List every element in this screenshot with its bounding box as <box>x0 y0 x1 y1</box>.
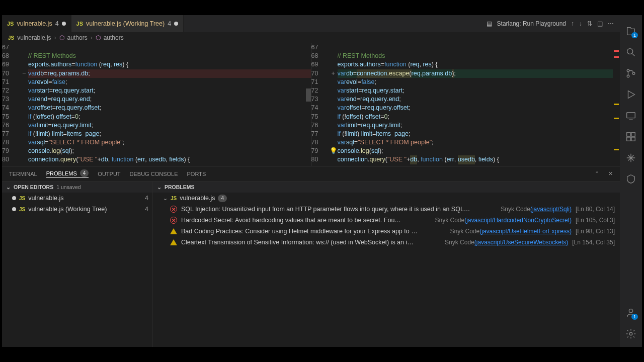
warning-icon <box>170 239 177 245</box>
problem-source: Snyk Code(javascript/UseHelmetForExpress… <box>450 228 572 235</box>
problems-count-badge: 4 <box>80 169 89 177</box>
open-editors-header[interactable]: ⌄ OPEN EDITORS 1 unsaved <box>2 182 152 193</box>
svg-point-3 <box>632 72 635 75</box>
svg-rect-7 <box>627 137 630 141</box>
open-editors-view: ⌄ OPEN EDITORS 1 unsaved JSvulnerable.js… <box>2 182 153 347</box>
chevron-up-icon[interactable]: ⌃ <box>595 170 599 177</box>
close-icon[interactable]: ✕ <box>608 170 613 177</box>
breadcrumb-file: vulnerable.js <box>17 34 51 41</box>
scrollbar-thumb[interactable] <box>306 88 311 102</box>
problem-source: Snyk Code(javascript/Sqli) <box>501 206 572 213</box>
svg-point-1 <box>627 69 629 72</box>
explorer-icon[interactable]: 1 <box>625 25 637 37</box>
problem-link[interactable]: (javascript/UseSecureWebsockets) <box>474 239 569 246</box>
activity-bar: 1 1 <box>620 15 642 347</box>
svg-rect-4 <box>627 113 635 118</box>
tab-vulnerable[interactable]: JS vulnerable.js 4 <box>2 15 71 32</box>
problem-row[interactable]: Bad Coding Practices: Consider using Hel… <box>153 226 620 237</box>
problem-link[interactable]: (javascript/HardcodedNonCryptoSecret) <box>464 217 572 224</box>
svg-point-10 <box>629 332 632 335</box>
swap-icon[interactable]: ⇅ <box>587 20 592 27</box>
js-icon: JS <box>7 21 14 27</box>
goto-icon[interactable]: ▤ <box>487 20 492 27</box>
problems-header[interactable]: ⌄ PROBLEMS <box>153 182 620 193</box>
breadcrumb-symbol: authors <box>104 34 124 41</box>
bottom-panel: TERMINAL PROBLEMS 4 OUTPUT DEBUG CONSOLE… <box>2 166 620 347</box>
run-debug-icon[interactable] <box>625 88 637 101</box>
diff-right-pane[interactable]: 676869707172737475767778798081 +💡 // RES… <box>311 43 620 166</box>
breadcrumb[interactable]: JS vulnerable.js › ⬡ authors › ⬡ authors <box>2 32 620 43</box>
panel-tabs: TERMINAL PROBLEMS 4 OUTPUT DEBUG CONSOLE… <box>2 166 620 182</box>
problem-location: [Ln 80, Col 14] <box>576 206 615 213</box>
open-editor-name: vulnerable.js (Working Tree) <box>28 206 107 213</box>
svg-rect-8 <box>631 137 635 141</box>
remote-icon[interactable] <box>625 110 637 122</box>
tab-output[interactable]: OUTPUT <box>98 171 120 177</box>
svg-point-9 <box>629 309 632 313</box>
js-icon: JS <box>19 207 25 212</box>
problem-message: SQL Injection: Unsanitized input from an… <box>181 206 497 213</box>
split-editor-icon[interactable]: ◫ <box>597 20 603 27</box>
open-editor-item[interactable]: JSvulnerable.js (Working Tree)4 <box>2 204 152 215</box>
tab-badge: 4 <box>55 20 59 27</box>
problem-link[interactable]: (javascript/UseHelmetForExpress) <box>479 228 572 235</box>
more-icon[interactable]: ⋯ <box>608 20 614 27</box>
dirty-dot-icon <box>62 22 66 26</box>
problem-location: [Ln 105, Col 3] <box>576 217 615 224</box>
svg-rect-6 <box>631 133 635 136</box>
arrow-up-icon[interactable]: ↑ <box>571 20 574 27</box>
snyk-icon[interactable] <box>625 173 637 185</box>
problem-row[interactable]: Cleartext Transmission of Sensitive Info… <box>153 237 620 248</box>
problem-row[interactable]: ✕SQL Injection: Unsanitized input from a… <box>153 204 620 215</box>
tab-debug-console[interactable]: DEBUG CONSOLE <box>130 171 178 177</box>
problem-source: Snyk Code(javascript/HardcodedNonCryptoS… <box>435 217 571 224</box>
tab-ports[interactable]: PORTS <box>187 171 206 177</box>
error-icon: ✕ <box>170 217 177 224</box>
js-icon: JS <box>19 196 25 201</box>
problem-file-count: 4 <box>218 195 227 202</box>
js-icon: JS <box>171 196 177 201</box>
problems-view: ⌄ PROBLEMS ⌄ JS vulnerable.js 4 ✕SQL Inj… <box>153 182 620 347</box>
tab-problems[interactable]: PROBLEMS 4 <box>46 169 89 178</box>
open-editor-count: 4 <box>145 195 148 202</box>
problem-message: Hardcoded Secret: Avoid hardcoding value… <box>181 217 431 224</box>
dirty-dot-icon <box>12 207 16 211</box>
arrow-down-icon[interactable]: ↓ <box>579 20 582 27</box>
tab-label: vulnerable.js <box>17 20 52 27</box>
diff-editor[interactable]: 676869707172737475767778798081 − // REST… <box>2 43 620 166</box>
problem-location: [Ln 154, Col 35] <box>572 239 615 246</box>
search-icon[interactable] <box>625 46 637 58</box>
js-icon: JS <box>8 35 14 41</box>
problem-link[interactable]: (javascript/Sqli) <box>530 206 572 213</box>
tab-terminal[interactable]: TERMINAL <box>9 171 37 177</box>
extensions-icon[interactable] <box>625 131 637 143</box>
svg-point-0 <box>627 49 633 54</box>
open-editor-count: 4 <box>145 206 148 213</box>
problem-row[interactable]: ✕Hardcoded Secret: Avoid hardcoding valu… <box>153 215 620 226</box>
tab-working-tree[interactable]: JS vulnerable.js (Working Tree) 4 <box>71 15 184 32</box>
svg-rect-5 <box>627 133 630 136</box>
tab-bar: JS vulnerable.js 4 JS vulnerable.js (Wor… <box>2 15 620 32</box>
tab-label: vulnerable.js (Working Tree) <box>86 20 165 27</box>
minimap[interactable] <box>613 43 620 166</box>
dirty-dot-icon <box>174 22 178 26</box>
tab-badge: 4 <box>168 20 171 27</box>
source-control-icon[interactable] <box>625 67 637 79</box>
problem-source: Snyk Code(javascript/UseSecureWebsockets… <box>445 239 568 246</box>
problem-location: [Ln 98, Col 13] <box>576 228 615 235</box>
settings-gear-icon[interactable] <box>625 328 637 340</box>
diff-left-pane[interactable]: 676869707172737475767778798081 − // REST… <box>2 43 311 166</box>
open-editor-name: vulnerable.js <box>28 195 63 202</box>
warning-icon <box>170 228 177 234</box>
run-config-label[interactable]: Starlang: Run Playground <box>497 20 566 27</box>
problem-message: Cleartext Transmission of Sensitive Info… <box>181 239 441 246</box>
accounts-icon[interactable]: 1 <box>625 307 637 319</box>
problem-file-name: vulnerable.js <box>180 195 215 202</box>
open-editor-item[interactable]: JSvulnerable.js4 <box>2 193 152 204</box>
dirty-dot-icon <box>12 196 16 200</box>
problem-message: Bad Coding Practices: Consider using Hel… <box>181 228 446 235</box>
sparkle-icon[interactable] <box>625 152 637 164</box>
breadcrumb-symbol: authors <box>67 34 88 41</box>
problem-file-row[interactable]: ⌄ JS vulnerable.js 4 <box>153 193 620 204</box>
error-icon: ✕ <box>170 206 177 213</box>
